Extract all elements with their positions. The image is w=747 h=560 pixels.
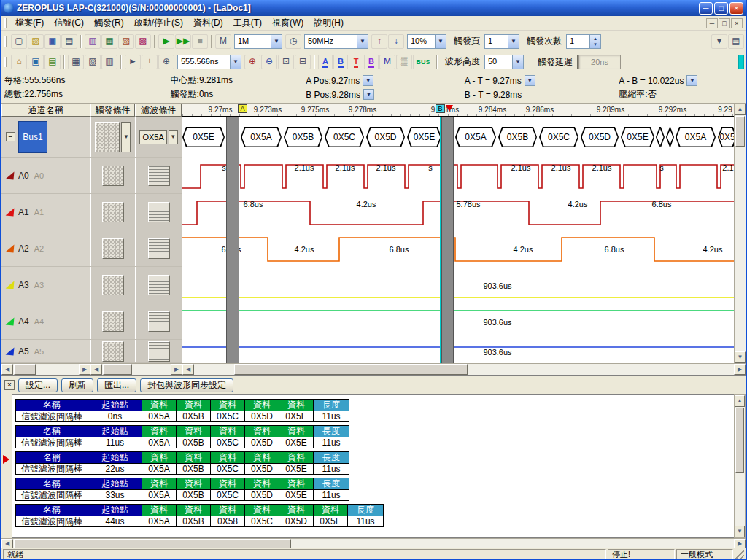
- trigger-condition-button[interactable]: [102, 341, 124, 362]
- filter-condition-button[interactable]: [148, 202, 170, 222]
- chevron-down-icon[interactable]: ▼: [686, 75, 697, 86]
- waveform-view-icon[interactable]: ▥: [85, 34, 101, 49]
- grid-view-icon[interactable]: ▦: [68, 55, 84, 69]
- resize-grip[interactable]: [735, 549, 744, 559]
- channel-row[interactable]: A0A0: [1, 158, 182, 194]
- scroll-left-icon[interactable]: ◀: [182, 364, 194, 375]
- channel-name-cell[interactable]: A5A5: [1, 340, 90, 362]
- channel-name-cell[interactable]: A4A4: [1, 303, 90, 339]
- chevron-down-icon[interactable]: ▼: [512, 55, 523, 69]
- find-bar-button[interactable]: B: [364, 55, 379, 69]
- menu-item[interactable]: 說明(H): [309, 16, 349, 29]
- packet-refresh-button[interactable]: 刷新: [61, 378, 93, 392]
- scroll-left-icon[interactable]: ◀: [1, 539, 13, 548]
- zoom-in-icon[interactable]: ⊕: [244, 55, 260, 69]
- cond-hscroll-track[interactable]: [102, 364, 171, 375]
- save-icon[interactable]: ▣: [44, 34, 61, 49]
- scroll-right-icon[interactable]: ▶: [79, 364, 90, 375]
- wave-hscroll-track[interactable]: [194, 364, 734, 375]
- timeline-ruler[interactable]: 9.27ms9.273ms9.275ms9.278ms9.281ms9.284m…: [182, 104, 734, 117]
- vscroll-track[interactable]: [735, 147, 746, 351]
- chevron-down-icon[interactable]: ▼: [230, 55, 241, 69]
- trigger-count-spinner[interactable]: 1▴▾: [566, 34, 601, 49]
- filter-condition-button[interactable]: [148, 275, 170, 295]
- channel-row[interactable]: A2A2: [1, 230, 182, 267]
- chevron-down-icon[interactable]: ▼: [271, 35, 282, 48]
- new-file-icon[interactable]: ▢: [11, 34, 27, 49]
- document-close-button[interactable]: ×: [731, 18, 743, 28]
- scroll-right-icon[interactable]: ▶: [734, 364, 746, 375]
- close-button[interactable]: ×: [729, 2, 743, 15]
- bus-icon[interactable]: BUS: [413, 55, 433, 69]
- toolbar-options-icon[interactable]: ▾: [711, 34, 727, 49]
- time-scale-combo[interactable]: 555.566ns▼: [177, 55, 241, 69]
- packet-vscroll-thumb[interactable]: [735, 408, 744, 473]
- wave-hscroll-thumb[interactable]: [234, 364, 468, 375]
- packet-hscroll-thumb[interactable]: [14, 539, 291, 548]
- hand-tool-icon[interactable]: +: [142, 55, 158, 69]
- collapse-icon[interactable]: −: [6, 132, 15, 141]
- menu-item[interactable]: 資料(D): [188, 16, 228, 29]
- menu-item[interactable]: 觸發(R): [89, 16, 129, 29]
- packet-vscroll-track[interactable]: [735, 474, 745, 526]
- a-bar-button[interactable]: A: [318, 55, 333, 69]
- packet-export-button[interactable]: 匯出...: [97, 378, 136, 392]
- zoom-tool-icon[interactable]: ⊕: [158, 55, 174, 69]
- list-view-icon[interactable]: ▦: [101, 34, 117, 49]
- menu-item[interactable]: 檔案(F): [10, 16, 49, 29]
- memory-depth-icon[interactable]: M: [215, 34, 231, 49]
- channel-name-cell[interactable]: A3A3: [1, 267, 90, 303]
- menu-item[interactable]: 信號(C): [49, 16, 89, 29]
- zoom-prev-icon[interactable]: ⊟: [295, 55, 311, 69]
- bus-filter-value[interactable]: OX5A: [139, 130, 166, 144]
- open-file-icon[interactable]: ▨: [28, 34, 44, 49]
- bus-name-cell[interactable]: −Bus1: [1, 117, 90, 157]
- chevron-down-icon[interactable]: ▼: [508, 35, 519, 48]
- split-view-icon[interactable]: ▥: [101, 55, 117, 69]
- filter-condition-button[interactable]: [148, 311, 170, 332]
- document-minimize-button[interactable]: ─: [706, 18, 718, 28]
- spinner-arrows-icon[interactable]: ▴▾: [589, 35, 600, 48]
- menu-grip[interactable]: [4, 18, 7, 28]
- chevron-down-icon[interactable]: ▼: [363, 75, 374, 86]
- channel-name-cell[interactable]: A1A1: [1, 194, 90, 230]
- select-cursor-icon[interactable]: ►: [125, 55, 141, 69]
- toolbar-grip[interactable]: [4, 36, 7, 47]
- trigger-condition-button[interactable]: [102, 202, 124, 222]
- packet-hscroll-track[interactable]: [13, 539, 734, 548]
- bus-row[interactable]: −Bus1▼OX5A▼: [1, 117, 182, 158]
- trigger-marker[interactable]: [446, 105, 453, 112]
- channel-row[interactable]: A5A5: [1, 340, 182, 363]
- channel-name-cell[interactable]: A0A0: [1, 158, 90, 193]
- multi-memory-icon[interactable]: M: [379, 55, 395, 69]
- cond-hscroll-thumb[interactable]: [103, 364, 132, 375]
- restore-button[interactable]: □: [714, 2, 728, 15]
- sample-rate-combo[interactable]: 50MHz▼: [304, 34, 368, 49]
- a-bar-marker[interactable]: A: [238, 104, 247, 113]
- menu-item[interactable]: 啟動/停止(S): [129, 16, 188, 29]
- bus-label[interactable]: Bus1: [18, 121, 47, 153]
- filter-condition-button[interactable]: [148, 341, 170, 362]
- window-list-icon[interactable]: ▤: [728, 34, 744, 49]
- packet-row[interactable]: 名稱起始點資料資料資料資料資料長度信號濾波間隔棒0ns0X5A0X5B0X5C0…: [15, 399, 734, 422]
- snapshot-icon[interactable]: ▣: [28, 55, 44, 69]
- print-icon[interactable]: ▤: [61, 34, 77, 49]
- compressed-data-bar[interactable]: [226, 117, 239, 363]
- stop-icon[interactable]: ■: [192, 34, 208, 49]
- repeat-run-icon[interactable]: ▶▶: [175, 34, 191, 49]
- channel-row[interactable]: A3A3: [1, 267, 182, 303]
- scroll-right-icon[interactable]: ▶: [171, 364, 182, 375]
- panel-hscroll-thumb[interactable]: [14, 364, 36, 375]
- run-icon[interactable]: ▶: [158, 34, 174, 49]
- bus-setup-icon[interactable]: ▧: [118, 34, 134, 49]
- packet-row[interactable]: 名稱起始點資料資料資料資料資料長度信號濾波間隔棒22us0X5A0X5B0X5C…: [15, 451, 734, 475]
- scroll-up-icon[interactable]: ▲: [735, 395, 745, 407]
- channel-name-header[interactable]: 通道名稱: [1, 104, 90, 117]
- minimize-button[interactable]: ─: [699, 2, 713, 15]
- scroll-right-icon[interactable]: ▶: [734, 539, 746, 548]
- toolbar-grip[interactable]: [4, 57, 7, 67]
- b-bar-marker[interactable]: B: [436, 104, 445, 113]
- packet-sync-button[interactable]: 封包與波形同步設定: [140, 378, 233, 392]
- zoom-out-icon[interactable]: ⊖: [261, 55, 277, 69]
- chevron-down-icon[interactable]: ▼: [435, 35, 446, 48]
